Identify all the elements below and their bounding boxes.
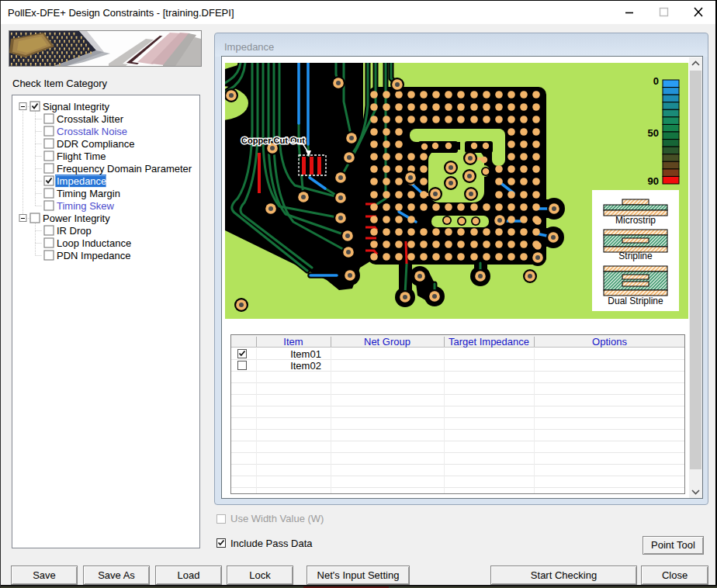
svg-text:Loop Inductance: Loop Inductance: [57, 237, 131, 249]
svg-text:Timing Margin: Timing Margin: [57, 188, 120, 199]
svg-text:Stripline: Stripline: [618, 251, 653, 261]
svg-text:IR Drop: IR Drop: [57, 225, 92, 237]
svg-text:Copper Cut Out: Copper Cut Out: [241, 136, 305, 145]
svg-text:Dual Stripline: Dual Stripline: [608, 296, 663, 306]
svg-text:Crosstalk Noise: Crosstalk Noise: [57, 126, 127, 137]
svg-text:DDR Compliance: DDR Compliance: [57, 138, 134, 150]
svg-text:Timing Skew: Timing Skew: [57, 200, 115, 212]
svg-text:90: 90: [648, 175, 659, 187]
svg-text:Microstrip: Microstrip: [615, 215, 656, 226]
svg-text:0: 0: [653, 75, 659, 87]
svg-text:Frequency Domain Parameter: Frequency Domain Parameter: [57, 163, 192, 175]
svg-text:Power Integrity: Power Integrity: [43, 213, 110, 224]
svg-text:PDN Impedance: PDN Impedance: [57, 250, 130, 261]
svg-text:Impedance: Impedance: [57, 175, 106, 187]
svg-text:Flight Time: Flight Time: [57, 150, 106, 162]
svg-text:50: 50: [648, 127, 659, 139]
svg-text:Signal Integrity: Signal Integrity: [43, 101, 109, 112]
svg-text:Crosstalk Jitter: Crosstalk Jitter: [57, 113, 124, 125]
